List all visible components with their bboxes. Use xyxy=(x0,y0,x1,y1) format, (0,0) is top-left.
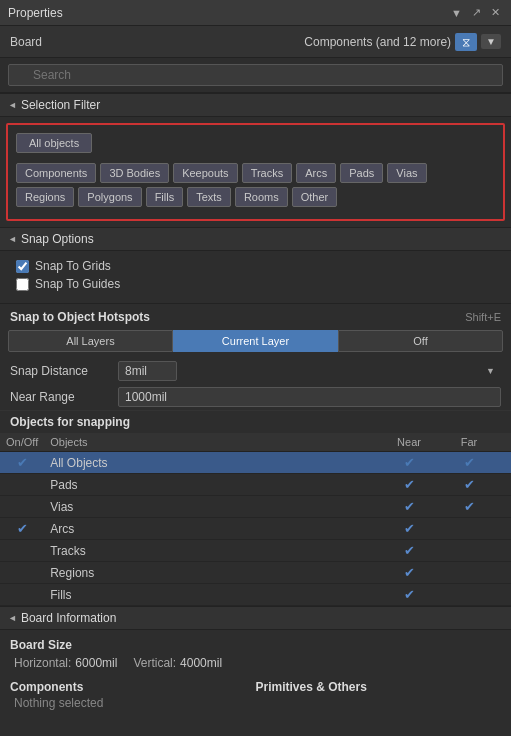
board-info-title: Board Information xyxy=(21,611,116,625)
shortcut-badge: Shift+E xyxy=(465,311,501,323)
col-header-near: Near xyxy=(379,433,439,452)
filter-pads[interactable]: Pads xyxy=(340,163,383,183)
search-wrapper: 🔍 xyxy=(8,64,503,86)
cell-near: ✔ xyxy=(379,496,439,518)
snap-options-title: Snap Options xyxy=(21,232,94,246)
snap-hotspot-title: Snap to Object Hotspots xyxy=(10,310,150,324)
cell-far: ✔ xyxy=(439,474,499,496)
objects-for-snapping-title: Objects for snapping xyxy=(10,415,130,429)
cell-object-name: Fills xyxy=(44,584,379,606)
filter-vias[interactable]: Vias xyxy=(387,163,426,183)
board-size-section: Board Size Horizontal: 6000mil Vertical:… xyxy=(10,638,501,670)
title-bar: Properties ▼ ↗ ✕ xyxy=(0,0,511,26)
table-row: Fills ✔ xyxy=(0,584,511,606)
near-range-label: Near Range xyxy=(10,390,110,404)
cell-far xyxy=(439,518,499,540)
cell-scroll xyxy=(499,518,511,540)
off-tab[interactable]: Off xyxy=(338,330,503,352)
search-bar-container: 🔍 xyxy=(0,58,511,93)
horizontal-label: Horizontal: xyxy=(14,656,71,670)
filter-arcs[interactable]: Arcs xyxy=(296,163,336,183)
pin-icon[interactable]: ▼ xyxy=(448,6,465,20)
snap-to-guides-label: Snap To Guides xyxy=(35,277,120,291)
cell-onoff xyxy=(0,540,44,562)
selection-filter-title: Selection Filter xyxy=(21,98,100,112)
snap-to-grids-label: Snap To Grids xyxy=(35,259,111,273)
title-bar-title: Properties xyxy=(8,6,63,20)
table-row: Pads ✔ ✔ xyxy=(0,474,511,496)
board-info-content: Board Size Horizontal: 6000mil Vertical:… xyxy=(0,630,511,718)
filter-3d-bodies[interactable]: 3D Bodies xyxy=(100,163,169,183)
col-header-scroll xyxy=(499,433,511,452)
cell-object-name: Tracks xyxy=(44,540,379,562)
board-size-title: Board Size xyxy=(10,638,501,652)
all-layers-tab[interactable]: All Layers xyxy=(8,330,173,352)
cell-onoff xyxy=(0,496,44,518)
horizontal-value: 6000mil xyxy=(75,656,117,670)
filter-texts[interactable]: Texts xyxy=(187,187,231,207)
check-far-icon: ✔ xyxy=(464,477,475,492)
cell-near: ✔ xyxy=(379,452,439,474)
snapping-table-header-row: On/Off Objects Near Far xyxy=(0,433,511,452)
selection-filter-content: All objects Components 3D Bodies Keepout… xyxy=(6,123,505,221)
primitives-col: Primitives & Others xyxy=(256,680,502,696)
board-dropdown-button[interactable]: ▼ xyxy=(481,34,501,49)
cell-onoff xyxy=(0,584,44,606)
filter-button[interactable]: ⧖ xyxy=(455,33,477,51)
check-far-icon: ✔ xyxy=(464,455,475,470)
check-near-icon: ✔ xyxy=(404,455,415,470)
snap-distance-label: Snap Distance xyxy=(10,364,110,378)
snapping-table: On/Off Objects Near Far ✔ All Objects ✔ … xyxy=(0,433,511,606)
expand-icon[interactable]: ↗ xyxy=(469,5,484,20)
board-value-container: Components (and 12 more) ⧖ ▼ xyxy=(304,33,501,51)
check-icon: ✔ xyxy=(17,455,28,470)
col-header-far: Far xyxy=(439,433,499,452)
snap-to-guides-checkbox[interactable] xyxy=(16,278,29,291)
main-content: ◄ Selection Filter All objects Component… xyxy=(0,93,511,736)
snap-distance-dropdown-arrow: ▼ xyxy=(486,366,495,376)
close-icon[interactable]: ✕ xyxy=(488,5,503,20)
search-input[interactable] xyxy=(8,64,503,86)
horizontal-pair: Horizontal: 6000mil xyxy=(14,656,117,670)
board-info-header[interactable]: ◄ Board Information xyxy=(0,606,511,630)
filter-row-1: Components 3D Bodies Keepouts Tracks Arc… xyxy=(16,163,495,183)
snap-options-header[interactable]: ◄ Snap Options xyxy=(0,227,511,251)
cell-far xyxy=(439,540,499,562)
primitives-col-title: Primitives & Others xyxy=(256,680,502,694)
title-bar-controls: ▼ ↗ ✕ xyxy=(448,5,503,20)
cell-near: ✔ xyxy=(379,474,439,496)
cell-object-name: All Objects xyxy=(44,452,379,474)
near-range-input[interactable] xyxy=(118,387,501,407)
current-layer-tab[interactable]: Current Layer xyxy=(173,330,338,352)
cell-near: ✔ xyxy=(379,562,439,584)
cell-near: ✔ xyxy=(379,584,439,606)
snap-to-grids-checkbox[interactable] xyxy=(16,260,29,273)
all-objects-button[interactable]: All objects xyxy=(16,133,92,153)
vertical-pair: Vertical: 4000mil xyxy=(133,656,222,670)
snap-to-grids-row: Snap To Grids xyxy=(16,259,495,273)
filter-keepouts[interactable]: Keepouts xyxy=(173,163,237,183)
snap-distance-select[interactable]: 8mil 5mil 10mil xyxy=(118,361,177,381)
filter-rooms[interactable]: Rooms xyxy=(235,187,288,207)
cell-far xyxy=(439,584,499,606)
filter-other[interactable]: Other xyxy=(292,187,338,207)
filter-fills[interactable]: Fills xyxy=(146,187,184,207)
cell-scroll xyxy=(499,474,511,496)
check-near-icon: ✔ xyxy=(404,521,415,536)
board-value-text: Components (and 12 more) xyxy=(304,35,451,49)
filter-polygons[interactable]: Polygons xyxy=(78,187,141,207)
near-range-row: Near Range xyxy=(0,384,511,410)
cell-scroll xyxy=(499,540,511,562)
filter-components[interactable]: Components xyxy=(16,163,96,183)
board-label: Board xyxy=(10,35,42,49)
cell-onoff: ✔ xyxy=(0,518,44,540)
snapping-table-container: On/Off Objects Near Far ✔ All Objects ✔ … xyxy=(0,433,511,606)
cell-scroll xyxy=(499,496,511,518)
cell-onoff xyxy=(0,474,44,496)
filter-row-2: Regions Polygons Fills Texts Rooms Other xyxy=(16,187,495,207)
selection-filter-header[interactable]: ◄ Selection Filter xyxy=(0,93,511,117)
check-near-icon: ✔ xyxy=(404,477,415,492)
section-arrow-board-info: ◄ xyxy=(8,613,17,623)
filter-regions[interactable]: Regions xyxy=(16,187,74,207)
filter-tracks[interactable]: Tracks xyxy=(242,163,293,183)
